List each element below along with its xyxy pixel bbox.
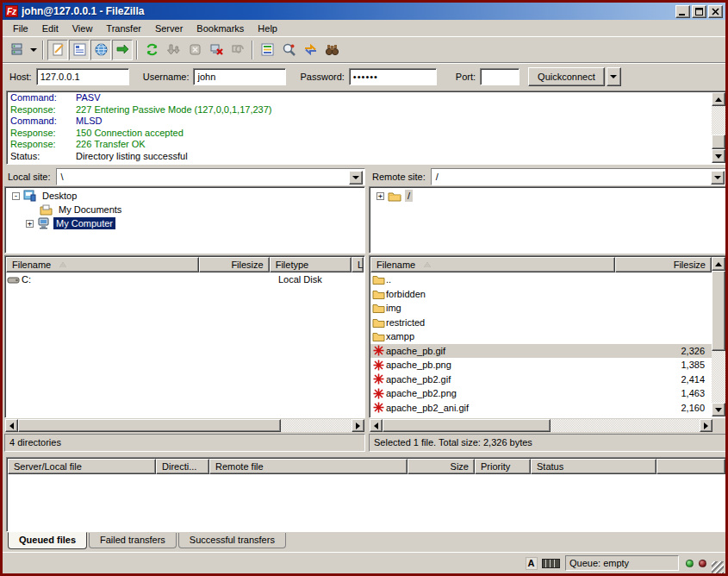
folder-icon [370, 289, 386, 299]
scroll-left-button[interactable] [370, 419, 383, 432]
speed-limit-icon[interactable] [542, 559, 560, 568]
log-line: Status:Directory listing successful [10, 151, 709, 163]
scroll-thumb[interactable] [712, 271, 725, 351]
column-header-lastmodified[interactable]: L [352, 257, 364, 272]
cancel-button[interactable] [184, 40, 205, 60]
remote-tree: + / [369, 186, 727, 254]
scroll-down-button[interactable] [712, 149, 725, 163]
minimize-button[interactable] [675, 5, 690, 18]
log-scrollbar[interactable] [712, 92, 725, 163]
filter-icon [260, 42, 275, 57]
combo-dropdown-button[interactable] [349, 171, 363, 185]
tree-item-desktop[interactable]: - Desktop [5, 189, 364, 203]
data-type-indicator-icon[interactable]: A [524, 556, 539, 571]
file-row[interactable]: restricted [370, 316, 712, 330]
expand-toggle[interactable]: + [376, 192, 384, 200]
menu-server[interactable]: Server [148, 22, 190, 35]
column-header-filename[interactable]: Filename [370, 257, 615, 272]
process-queue-button[interactable] [163, 40, 184, 60]
scroll-thumb[interactable] [712, 135, 725, 149]
status-led-green [686, 560, 694, 567]
port-input[interactable] [480, 68, 520, 85]
log-line: Response:226 Transfer OK [10, 139, 709, 151]
toggle-remote-tree-button[interactable] [90, 40, 111, 60]
scroll-up-button[interactable] [712, 92, 725, 106]
toggle-message-log-button[interactable] [47, 40, 68, 60]
tree-item-my-computer[interactable]: + My Computer [5, 216, 364, 230]
username-input[interactable]: john [193, 68, 286, 85]
refresh-button[interactable] [141, 40, 162, 60]
synchronized-browsing-button[interactable] [300, 40, 320, 60]
menu-file[interactable]: File [6, 22, 35, 35]
column-header-status[interactable]: Status [531, 459, 656, 474]
file-row-c-drive[interactable]: C: Local Disk [6, 272, 364, 287]
scroll-up-button[interactable] [712, 257, 725, 271]
scroll-thumb[interactable] [18, 419, 281, 432]
file-row[interactable]: .. [370, 272, 712, 287]
directory-filters-button[interactable] [257, 40, 277, 60]
column-header-server-local-file[interactable]: Server/Local file [8, 459, 156, 474]
find-files-button[interactable] [321, 40, 342, 60]
column-header-filesize[interactable]: Filesize [615, 257, 712, 272]
file-row[interactable]: xampp [370, 329, 712, 344]
menu-transfer[interactable]: Transfer [99, 22, 148, 35]
column-header-filename[interactable]: Filename [6, 257, 199, 272]
column-header-size[interactable]: Size [408, 459, 475, 474]
toggle-local-tree-button[interactable] [69, 40, 90, 60]
remote-list-hscrollbar[interactable] [370, 419, 712, 432]
expand-toggle[interactable]: + [26, 220, 34, 228]
file-row[interactable]: apache_pb2.png 1,463 [370, 386, 712, 401]
password-input[interactable]: •••••• [349, 68, 437, 85]
scroll-down-button[interactable] [712, 403, 725, 416]
disconnect-button[interactable] [206, 40, 227, 60]
column-header-priority[interactable]: Priority [475, 459, 531, 474]
file-row-selected[interactable]: apache_pb.gif 2,326 [370, 344, 712, 359]
remote-list-body: .. forbidden img restricted xampp [370, 272, 712, 416]
maximize-button[interactable] [692, 5, 706, 18]
menu-edit[interactable]: Edit [35, 22, 65, 35]
column-header-filesize[interactable]: Filesize [199, 257, 269, 272]
file-row[interactable]: forbidden [370, 287, 712, 302]
close-button[interactable] [708, 5, 723, 18]
tab-successful-transfers[interactable]: Successful transfers [178, 533, 286, 548]
column-header-filetype[interactable]: Filetype [270, 257, 352, 272]
queue-body[interactable] [8, 474, 725, 530]
quickconnect-dropdown[interactable] [607, 67, 621, 86]
scroll-thumb[interactable] [383, 419, 551, 432]
host-input[interactable]: 127.0.0.1 [36, 68, 129, 85]
site-manager-button[interactable] [6, 40, 27, 60]
file-row[interactable]: apache_pb.png 1,385 [370, 358, 712, 373]
scroll-right-button[interactable] [352, 419, 364, 432]
log-line: Command:MLSD [10, 116, 709, 128]
collapse-toggle[interactable]: - [12, 192, 20, 200]
title-bar[interactable]: Fz john@127.0.0.1 - FileZilla [3, 3, 725, 20]
toggle-transfer-queue-button[interactable] [112, 40, 133, 60]
file-row[interactable]: apache_pb2.gif 2,414 [370, 373, 712, 387]
reconnect-button[interactable] [227, 40, 248, 60]
chevron-down-icon [714, 176, 721, 179]
remote-site-combo[interactable]: / [431, 168, 727, 185]
menu-view[interactable]: View [65, 22, 100, 35]
remote-list-scrollbar[interactable] [712, 257, 725, 416]
cancel-icon [188, 42, 202, 57]
tree-item-root[interactable]: + / [370, 189, 726, 203]
column-header-remote-file[interactable]: Remote file [209, 459, 408, 474]
file-row[interactable]: img [370, 301, 712, 316]
resize-grip[interactable] [712, 561, 724, 573]
refresh-icon [145, 42, 159, 57]
local-list-hscrollbar[interactable] [5, 419, 364, 432]
compare-directories-button[interactable] [278, 40, 299, 60]
local-site-combo[interactable]: \ [56, 168, 365, 185]
tab-failed-transfers[interactable]: Failed transfers [89, 533, 177, 548]
tree-item-my-documents[interactable]: My Documents [5, 203, 364, 216]
scroll-left-button[interactable] [5, 419, 18, 432]
menu-help[interactable]: Help [251, 22, 284, 35]
combo-dropdown-button[interactable] [711, 171, 725, 185]
tab-queued-files[interactable]: Queued files [8, 532, 87, 549]
scroll-right-button[interactable] [700, 419, 712, 432]
quickconnect-button[interactable]: Quickconnect [528, 67, 605, 86]
menu-bookmarks[interactable]: Bookmarks [190, 22, 251, 35]
file-row[interactable]: apache_pb2_ani.gif 2,160 [370, 401, 712, 416]
column-header-direction[interactable]: Directi... [156, 459, 209, 474]
site-manager-dropdown[interactable] [28, 40, 39, 60]
